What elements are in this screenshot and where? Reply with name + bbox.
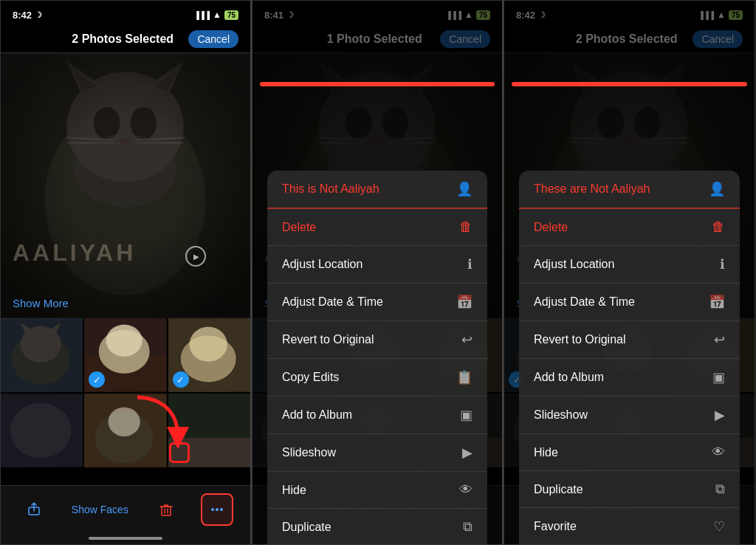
phone-2: 8:41 ☽ ▐▐▐ ▲ 75 1 Photo Selected Cancel xyxy=(252,0,504,545)
context-overlay: This is Not Aaliyah 👤 Delete 🗑 Adjust Lo… xyxy=(252,1,502,544)
svg-point-39 xyxy=(211,508,214,511)
status-right: ▐▐▐ ▲ 75 xyxy=(194,10,238,20)
delete-button[interactable] xyxy=(150,493,182,526)
svg-rect-36 xyxy=(162,507,171,515)
phone-3: 8:42 ☽ ▐▐▐ ▲ 75 2 Photos Selected Cancel xyxy=(504,0,755,545)
menu-item-slideshow[interactable]: Slideshow ▶ xyxy=(267,434,487,472)
time: 8:42 xyxy=(13,10,32,21)
share-button[interactable] xyxy=(18,493,50,526)
show-more-link[interactable]: Show More xyxy=(13,297,69,309)
context-menu-wrapper: These are Not Aaliyah 👤 Delete 🗑 Adjust … xyxy=(512,82,747,86)
svg-point-41 xyxy=(220,508,223,511)
context-menu-highlight: This is Not Aaliyah 👤 Delete 🗑 Adjust Lo… xyxy=(260,82,495,86)
menu-header[interactable]: These are Not Aaliyah 👤 xyxy=(519,171,740,209)
menu-item-adjust-location[interactable]: Adjust Location ℹ xyxy=(267,246,487,284)
context-menu: This is Not Aaliyah 👤 Delete 🗑 Adjust Lo… xyxy=(267,171,487,545)
menu-item-revert-to-original[interactable]: Revert to Original ↩ xyxy=(267,321,487,359)
svg-point-24 xyxy=(106,325,142,357)
menu-item-add-to-album[interactable]: Add to Album ▣ xyxy=(267,397,487,434)
menu-item-copy-edits[interactable]: Copy Edits 📋 xyxy=(267,359,487,397)
header-title: 2 Photos Selected xyxy=(57,32,188,46)
wifi-icon: ▲ xyxy=(213,10,221,20)
selected-check-3: ✓ xyxy=(173,371,189,388)
face-recognition-icon: 👤 xyxy=(709,181,725,197)
header: 2 Photos Selected Cancel xyxy=(1,26,250,52)
phone-1: 8:42 ☽ ▐▐▐ ▲ 75 2 Photos Selected Cancel xyxy=(0,0,252,545)
moon-icon: ☽ xyxy=(35,10,42,20)
signal-icon: ▐▐▐ xyxy=(194,11,210,19)
menu-item-revert-to-original[interactable]: Revert to Original ↩ xyxy=(519,321,740,359)
context-menu-wrapper: This is Not Aaliyah 👤 Delete 🗑 Adjust Lo… xyxy=(260,82,495,86)
svg-point-40 xyxy=(216,508,219,511)
thumbnail-1[interactable] xyxy=(1,318,83,392)
menu-item-slideshow[interactable]: Slideshow ▶ xyxy=(519,397,740,434)
thumbnail-grid: ✓ ✓ xyxy=(1,318,250,467)
main-photo: AALIYAH ▶ Show More xyxy=(1,52,250,318)
menu-item-add-to-album[interactable]: Add to Album ▣ xyxy=(519,359,740,397)
svg-point-27 xyxy=(189,327,227,362)
menu-item-favorite[interactable]: Favorite ♡ xyxy=(519,508,740,545)
status-left: 8:42 ☽ xyxy=(13,10,42,21)
phones-container: 8:42 ☽ ▐▐▐ ▲ 75 2 Photos Selected Cancel xyxy=(0,0,756,545)
menu-item-delete[interactable]: Delete 🗑 xyxy=(519,209,740,246)
more-button[interactable] xyxy=(201,493,233,526)
bottom-toolbar: Show Faces xyxy=(1,485,250,544)
svg-point-29 xyxy=(10,403,72,459)
menu-item-adjust-location[interactable]: Adjust Location ℹ xyxy=(519,246,740,284)
context-overlay: These are Not Aaliyah 👤 Delete 🗑 Adjust … xyxy=(504,1,755,544)
menu-item-adjust-date-&-time[interactable]: Adjust Date & Time 📅 xyxy=(267,284,487,321)
menu-item-hide[interactable]: Hide 👁 xyxy=(519,434,740,471)
menu-item-adjust-date-&-time[interactable]: Adjust Date & Time 📅 xyxy=(519,284,740,321)
thumbnail-3[interactable]: ✓ xyxy=(168,318,250,392)
thumbnail-2[interactable]: ✓ xyxy=(84,318,166,392)
more-button-highlight xyxy=(169,442,190,463)
watermark-text: AALIYAH xyxy=(13,239,136,267)
menu-item-hide[interactable]: Hide 👁 xyxy=(267,472,487,509)
arrow-indicator xyxy=(134,394,193,456)
context-menu-highlight: These are Not Aaliyah 👤 Delete 🗑 Adjust … xyxy=(512,82,747,86)
play-icon[interactable]: ▶ xyxy=(185,246,206,267)
thumbnail-4[interactable] xyxy=(1,394,83,467)
cancel-button[interactable]: Cancel xyxy=(188,30,238,48)
menu-item-duplicate[interactable]: Duplicate ⧉ xyxy=(267,509,487,545)
menu-item-duplicate[interactable]: Duplicate ⧉ xyxy=(519,471,740,508)
face-recognition-icon: 👤 xyxy=(456,181,472,197)
battery-level: 75 xyxy=(224,10,238,20)
menu-header[interactable]: This is Not Aaliyah 👤 xyxy=(267,171,487,209)
status-bar: 8:42 ☽ ▐▐▐ ▲ 75 xyxy=(1,1,250,26)
context-menu: These are Not Aaliyah 👤 Delete 🗑 Adjust … xyxy=(519,171,740,545)
menu-item-delete[interactable]: Delete 🗑 xyxy=(267,209,487,246)
svg-rect-15 xyxy=(1,54,250,318)
home-indicator xyxy=(89,537,162,540)
show-faces-button[interactable]: Show Faces xyxy=(69,493,131,526)
